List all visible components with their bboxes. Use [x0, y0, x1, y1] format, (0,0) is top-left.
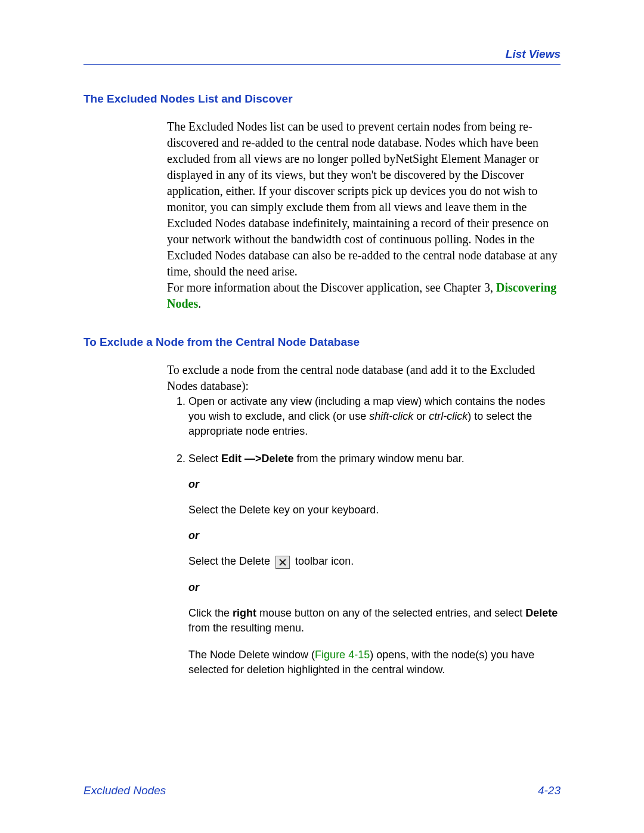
emphasis: shift-click [369, 410, 413, 422]
alt-instruction: Click the right mouse button on any of t… [188, 606, 561, 636]
delete-toolbar-icon [275, 556, 290, 569]
section-heading-2: To Exclude a Node from the Central Node … [83, 336, 561, 349]
text-run: or [413, 410, 429, 422]
ordered-steps: Open or activate any view (including a m… [167, 394, 561, 677]
figure-ref-link[interactable]: Figure 4-15 [315, 649, 370, 661]
or-separator: or [188, 580, 561, 595]
page-number: 4-23 [538, 784, 561, 797]
strong: Delete [525, 607, 558, 619]
text-run: mouse button on any of the selected entr… [256, 607, 525, 619]
step-item: Select Edit —>Delete from the primary wi… [188, 451, 561, 678]
footer-left: Excluded Nodes [83, 784, 166, 797]
text-run: Select [188, 453, 221, 465]
text-run: For more information about the Discover … [167, 281, 496, 294]
section-heading-1: The Excluded Nodes List and Discover [83, 92, 561, 106]
or-separator: or [188, 528, 561, 543]
or-separator: or [188, 477, 561, 492]
body-text: To exclude a node from the central node … [167, 362, 561, 394]
text-run: Select the Delete [188, 555, 273, 567]
text-run: from the primary window menu bar. [294, 453, 465, 465]
text-run: Click the [188, 607, 233, 619]
body-text: For more information about the Discover … [167, 280, 561, 312]
text-run: toolbar icon. [292, 555, 354, 567]
header-rule [83, 64, 561, 65]
header-section-title: List Views [83, 48, 561, 61]
alt-instruction: Select the Delete key on your keyboard. [188, 503, 561, 518]
strong: right [233, 607, 256, 619]
strong: Edit —>Delete [221, 453, 294, 465]
text-run: from the resulting menu. [188, 622, 304, 634]
step-item: Open or activate any view (including a m… [188, 394, 561, 439]
result-text: The Node Delete window (Figure 4-15) ope… [188, 648, 561, 677]
text-run: The Node Delete window ( [188, 649, 315, 661]
emphasis: ctrl-click [429, 410, 467, 422]
alt-instruction: Select the Delete toolbar icon. [188, 554, 561, 569]
text-run: . [198, 297, 201, 310]
body-text: The Excluded Nodes list can be used to p… [167, 119, 561, 280]
